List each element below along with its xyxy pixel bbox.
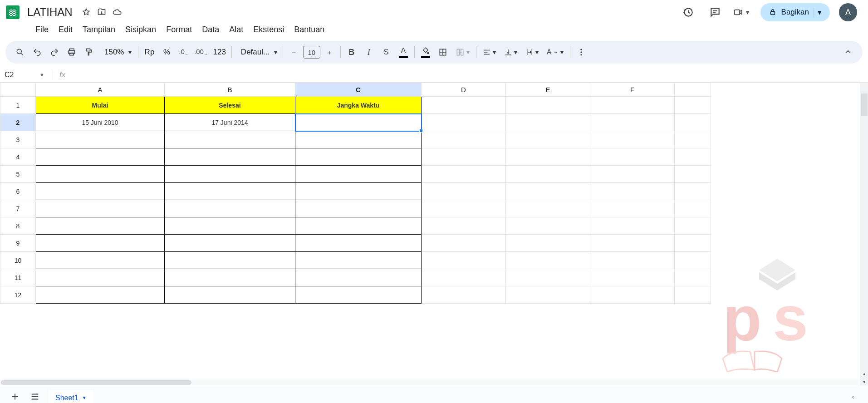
zoom-select[interactable]: 150%▾ <box>98 48 135 57</box>
cell[interactable] <box>590 114 675 131</box>
menu-edit[interactable]: Edit <box>54 22 77 37</box>
cell[interactable] <box>506 252 590 269</box>
cell[interactable] <box>295 131 422 148</box>
cell[interactable] <box>506 235 590 252</box>
cell[interactable] <box>422 286 506 304</box>
cell[interactable] <box>295 200 422 217</box>
cell[interactable] <box>590 148 675 166</box>
cell[interactable] <box>295 114 422 131</box>
cell[interactable] <box>422 114 506 131</box>
search-icon[interactable] <box>12 44 28 60</box>
row-header[interactable]: 8 <box>0 217 36 235</box>
all-sheets-button[interactable] <box>28 390 42 403</box>
borders-icon[interactable] <box>435 44 451 60</box>
share-button[interactable]: Bagikan ▾ <box>760 3 830 21</box>
cell[interactable] <box>422 252 506 269</box>
chevron-down-icon[interactable]: ▼ <box>82 395 87 400</box>
paint-format-icon[interactable] <box>81 44 97 60</box>
sheets-logo[interactable] <box>4 3 22 21</box>
cell[interactable] <box>590 97 675 114</box>
cell[interactable] <box>422 183 506 200</box>
cell[interactable] <box>36 200 165 217</box>
cell[interactable] <box>295 166 422 183</box>
history-icon[interactable] <box>679 3 697 21</box>
row-header[interactable]: 10 <box>0 252 36 269</box>
cell[interactable]: Jangka Waktu <box>295 97 422 114</box>
font-select[interactable]: Defaul...▾ <box>235 48 280 57</box>
cell[interactable]: 15 Juni 2010 <box>36 114 165 131</box>
column-header[interactable]: B <box>165 83 295 97</box>
cell[interactable] <box>36 269 165 286</box>
name-box[interactable]: C2 ▼ <box>0 71 49 79</box>
cell[interactable] <box>36 131 165 148</box>
collapse-toolbar-icon[interactable] <box>840 44 856 60</box>
row-header[interactable]: 5 <box>0 166 36 183</box>
account-avatar[interactable]: A <box>839 3 857 21</box>
cell[interactable] <box>422 217 506 235</box>
menu-help[interactable]: Bantuan <box>289 22 329 37</box>
cell[interactable] <box>165 166 295 183</box>
cell[interactable] <box>165 269 295 286</box>
formula-bar[interactable] <box>68 67 868 82</box>
scroll-up-icon[interactable]: ▴ <box>860 369 868 378</box>
cell[interactable] <box>506 148 590 166</box>
text-color-icon[interactable]: A <box>395 44 412 60</box>
cell[interactable] <box>36 183 165 200</box>
cell[interactable] <box>590 235 675 252</box>
percent-format[interactable]: % <box>158 44 175 60</box>
cell[interactable] <box>295 235 422 252</box>
cell[interactable] <box>165 217 295 235</box>
cell[interactable] <box>165 183 295 200</box>
cell[interactable] <box>295 269 422 286</box>
cell[interactable] <box>422 97 506 114</box>
column-header[interactable]: D <box>422 83 506 97</box>
horizontal-scrollbar[interactable] <box>0 379 860 386</box>
text-rotation[interactable]: A→▾ <box>543 48 567 56</box>
cell[interactable] <box>422 269 506 286</box>
cell[interactable] <box>165 148 295 166</box>
move-icon[interactable] <box>97 8 106 17</box>
cell[interactable] <box>590 183 675 200</box>
cloud-status-icon[interactable] <box>113 8 122 17</box>
spreadsheet-grid[interactable]: ABCDEF1MulaiSelesaiJangka Waktu215 Juni … <box>0 83 868 386</box>
cell[interactable] <box>36 252 165 269</box>
cell[interactable] <box>36 166 165 183</box>
increase-decimal[interactable]: .00→ <box>193 44 209 60</box>
comments-icon[interactable] <box>706 3 724 21</box>
currency-format[interactable]: Rp <box>141 44 157 60</box>
strikethrough-icon[interactable]: S <box>378 44 394 60</box>
cell[interactable] <box>590 131 675 148</box>
cell[interactable] <box>590 269 675 286</box>
italic-icon[interactable]: I <box>361 44 377 60</box>
star-icon[interactable] <box>82 8 91 17</box>
decrease-decimal[interactable]: .0← <box>176 44 192 60</box>
cell[interactable] <box>165 131 295 148</box>
cell[interactable] <box>506 114 590 131</box>
row-header[interactable]: 4 <box>0 148 36 166</box>
vertical-scrollbar[interactable]: ▴ ▾ <box>860 83 868 386</box>
bold-icon[interactable]: B <box>343 44 360 60</box>
font-size-increase[interactable]: + <box>321 44 338 60</box>
cell[interactable] <box>506 286 590 304</box>
row-header[interactable]: 11 <box>0 269 36 286</box>
cell[interactable] <box>165 235 295 252</box>
cell[interactable] <box>506 131 590 148</box>
cell[interactable]: 17 Juni 2014 <box>165 114 295 131</box>
cell[interactable] <box>590 166 675 183</box>
fill-color-icon[interactable] <box>417 44 434 60</box>
row-header[interactable]: 12 <box>0 286 36 304</box>
menu-view[interactable]: Tampilan <box>78 22 120 37</box>
cell[interactable] <box>422 131 506 148</box>
sheet-tab[interactable]: Sheet1 ▼ <box>48 390 94 403</box>
meet-button[interactable]: ▾ <box>733 3 751 21</box>
cell[interactable] <box>506 183 590 200</box>
menu-insert[interactable]: Sisipkan <box>121 22 161 37</box>
column-header[interactable]: E <box>506 83 590 97</box>
add-sheet-button[interactable] <box>8 390 22 403</box>
row-header[interactable]: 3 <box>0 131 36 148</box>
doc-title[interactable]: LATIHAN <box>25 5 75 20</box>
cell[interactable] <box>590 286 675 304</box>
merge-cells[interactable]: ▾ <box>452 48 473 57</box>
cell[interactable]: Mulai <box>36 97 165 114</box>
cell[interactable] <box>506 217 590 235</box>
